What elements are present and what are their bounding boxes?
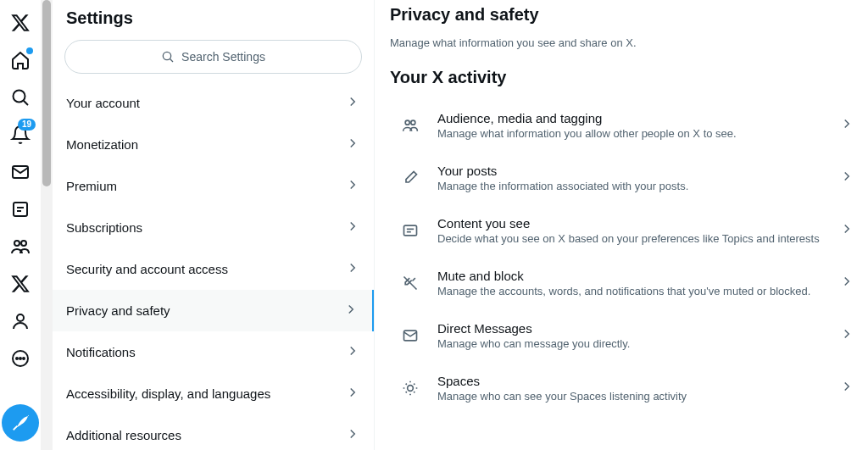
chevron-right-icon	[343, 302, 359, 319]
scrollbar-thumb[interactable]	[42, 0, 51, 186]
settings-item-label: Notifications	[66, 345, 136, 359]
activity-text: Content you seeDecide what you see on X …	[437, 216, 824, 245]
section-title: Your X activity	[390, 68, 861, 87]
svg-rect-17	[404, 225, 417, 236]
detail-title: Privacy and safety	[390, 5, 861, 25]
spaces-icon	[398, 380, 422, 397]
settings-item-security-and-account-access[interactable]: Security and account access	[53, 248, 374, 290]
svg-point-15	[405, 120, 409, 125]
svg-point-13	[163, 52, 170, 59]
svg-point-6	[14, 241, 19, 246]
activity-desc: Manage what information you allow other …	[437, 127, 824, 140]
activity-title: Mute and block	[437, 269, 824, 283]
settings-item-accessibility-display-and-languages[interactable]: Accessibility, display, and languages	[53, 373, 374, 414]
settings-item-label: Privacy and safety	[66, 303, 170, 318]
notifications-icon[interactable]: 19	[3, 117, 38, 153]
activity-desc: Manage the information associated with y…	[437, 180, 824, 192]
activity-item-audience-media-and-tagging[interactable]: Audience, media and taggingManage what i…	[390, 99, 861, 152]
activity-title: Spaces	[437, 374, 824, 388]
settings-item-label: Accessibility, display, and languages	[66, 386, 270, 401]
svg-line-14	[170, 59, 173, 62]
svg-point-7	[21, 241, 26, 246]
settings-item-label: Additional resources	[66, 428, 181, 442]
search-settings-input[interactable]: Search Settings	[64, 40, 362, 74]
messages-icon[interactable]	[3, 154, 38, 190]
activity-desc: Decide what you see on X based on your p…	[437, 232, 824, 245]
activity-title: Audience, media and tagging	[437, 111, 824, 125]
activity-item-your-posts[interactable]: Your postsManage the information associa…	[390, 152, 861, 204]
settings-item-premium[interactable]: Premium	[53, 165, 374, 207]
chevron-right-icon	[839, 326, 854, 345]
chevron-right-icon	[839, 169, 854, 187]
settings-item-label: Your account	[66, 96, 140, 110]
activity-desc: Manage who can message you directly.	[437, 337, 824, 350]
settings-column: Settings Search Settings Your accountMon…	[53, 0, 375, 450]
settings-list: Your accountMonetizationPremiumSubscript…	[53, 82, 374, 450]
settings-title: Settings	[53, 0, 374, 40]
pencil-icon	[398, 169, 422, 186]
chevron-right-icon	[345, 94, 360, 112]
chevron-right-icon	[839, 274, 854, 292]
activity-list: Audience, media and taggingManage what i…	[390, 99, 861, 414]
activity-desc: Manage the accounts, words, and notifica…	[437, 285, 824, 297]
chevron-right-icon	[839, 221, 854, 240]
notifications-badge: 19	[18, 119, 36, 131]
activity-text: Direct MessagesManage who can message yo…	[437, 321, 824, 350]
activity-item-mute-and-block[interactable]: Mute and blockManage the accounts, words…	[390, 257, 861, 309]
activity-title: Content you see	[437, 216, 824, 231]
svg-rect-3	[14, 203, 27, 216]
activity-text: Audience, media and taggingManage what i…	[437, 111, 824, 140]
svg-point-16	[411, 120, 415, 125]
activity-desc: Manage who can see your Spaces listening…	[437, 390, 824, 403]
people-icon	[398, 117, 422, 134]
settings-item-privacy-and-safety[interactable]: Privacy and safety	[53, 290, 374, 331]
chevron-right-icon	[345, 426, 360, 444]
more-icon[interactable]	[3, 341, 38, 376]
home-dot	[26, 47, 33, 54]
svg-point-8	[17, 314, 24, 321]
settings-item-label: Premium	[66, 179, 117, 193]
home-icon[interactable]	[3, 42, 38, 78]
chevron-right-icon	[345, 343, 360, 361]
activity-title: Direct Messages	[437, 321, 824, 336]
settings-item-label: Subscriptions	[66, 220, 142, 235]
chevron-right-icon	[839, 379, 854, 397]
settings-item-your-account[interactable]: Your account	[53, 82, 374, 124]
search-placeholder: Search Settings	[181, 50, 265, 64]
activity-item-spaces[interactable]: SpacesManage who can see your Spaces lis…	[390, 362, 861, 414]
svg-point-22	[408, 386, 414, 392]
chevron-right-icon	[345, 219, 360, 236]
x-nav-icon[interactable]	[3, 266, 38, 302]
settings-item-notifications[interactable]: Notifications	[53, 331, 374, 373]
chevron-right-icon	[345, 260, 360, 278]
compose-button[interactable]	[2, 404, 39, 442]
profile-icon[interactable]	[3, 303, 38, 339]
page-scrollbar[interactable]	[41, 0, 53, 450]
svg-point-10	[16, 358, 18, 359]
activity-item-content-you-see[interactable]: Content you seeDecide what you see on X …	[390, 204, 861, 257]
chevron-right-icon	[345, 177, 360, 195]
chevron-right-icon	[345, 385, 360, 403]
envelope-icon	[398, 327, 422, 344]
search-icon	[161, 50, 175, 64]
mute-icon	[398, 275, 422, 292]
settings-item-label: Monetization	[66, 137, 138, 152]
search-icon[interactable]	[3, 80, 38, 115]
x-logo-icon[interactable]	[3, 5, 38, 41]
content-icon	[398, 222, 422, 239]
nav-rail: 19	[0, 0, 41, 450]
settings-item-label: Security and account access	[66, 262, 228, 276]
svg-point-0	[14, 91, 25, 103]
settings-item-monetization[interactable]: Monetization	[53, 124, 374, 165]
settings-item-subscriptions[interactable]: Subscriptions	[53, 207, 374, 248]
communities-icon[interactable]	[3, 229, 38, 264]
chevron-right-icon	[839, 116, 854, 135]
activity-item-direct-messages[interactable]: Direct MessagesManage who can message yo…	[390, 309, 861, 362]
activity-title: Your posts	[437, 164, 824, 178]
activity-text: Your postsManage the information associa…	[437, 164, 824, 192]
settings-item-additional-resources[interactable]: Additional resources	[53, 414, 374, 450]
svg-line-1	[24, 101, 28, 105]
lists-icon[interactable]	[3, 192, 38, 227]
detail-subtitle: Manage what information you see and shar…	[390, 36, 861, 49]
chevron-right-icon	[345, 136, 360, 153]
